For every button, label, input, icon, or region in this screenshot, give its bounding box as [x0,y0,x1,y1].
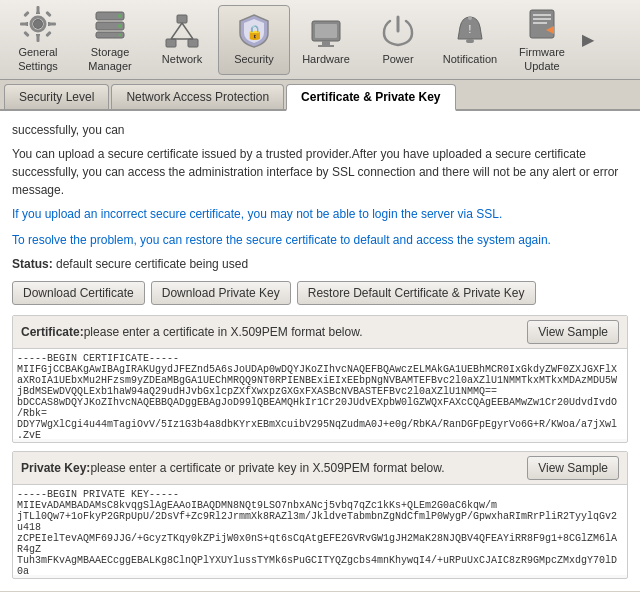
svg-rect-26 [322,41,330,45]
svg-rect-6 [45,11,51,17]
key-label-bold: Private Key: [21,461,90,475]
private-key-header: Private Key:please enter a certificate o… [13,452,627,485]
svg-rect-8 [45,31,51,37]
toolbar-item-storage-manager[interactable]: Storage Manager [74,5,146,75]
svg-rect-25 [315,24,337,38]
power-icon [380,13,416,49]
svg-line-20 [171,23,182,39]
tab-bar: Security Level Network Access Protection… [0,80,640,111]
svg-point-14 [118,14,122,18]
toolbar-item-general-settings[interactable]: General Settings [2,5,74,75]
toolbar-label-power: Power [382,53,413,66]
arrow-icon: ▶ [582,30,594,49]
intro-line1: successfully, you can [12,121,628,139]
tab-security-level[interactable]: Security Level [4,84,109,109]
notification-icon: ! [452,13,488,49]
cert-label-hint: please enter a certificate in X.509PEM f… [84,325,363,339]
svg-rect-33 [533,18,551,20]
svg-rect-3 [20,23,28,26]
toolbar-next-arrow[interactable]: ▶ [578,5,598,75]
network-icon [164,13,200,49]
svg-rect-28 [466,39,474,43]
status-text: Status: default secure certificate being… [12,257,628,271]
status-value: default secure certificate being used [56,257,248,271]
private-key-input[interactable] [13,485,627,575]
download-certificate-button[interactable]: Download Certificate [12,281,145,305]
certificate-section: Certificate:please enter a certificate i… [12,315,628,443]
security-icon: 🔒 [236,13,272,49]
key-label-hint: please enter a certificate or private ke… [90,461,444,475]
toolbar-item-notification[interactable]: ! Notification [434,5,506,75]
toolbar-label-security: Security [234,53,274,66]
toolbar-label-notification: Notification [443,53,497,66]
intro-line2: You can upload a secure certificate issu… [12,145,628,199]
content-area: successfully, you can You can upload a s… [0,111,640,591]
svg-rect-5 [23,11,29,17]
restore-default-button[interactable]: Restore Default Certificate & Private Ke… [297,281,536,305]
svg-text:!: ! [469,24,472,35]
svg-rect-17 [177,15,187,23]
svg-rect-27 [318,45,334,47]
svg-point-29 [468,16,472,20]
svg-rect-19 [188,39,198,47]
cert-view-sample-button[interactable]: View Sample [527,320,619,344]
toolbar: General Settings Storage Manager [0,0,640,80]
svg-rect-18 [166,39,176,47]
toolbar-item-power[interactable]: Power [362,5,434,75]
warning-line1: If you upload an incorrect secure certif… [12,205,628,223]
cert-label-bold: Certificate: [21,325,84,339]
warning-line2: To resolve the problem, you can restore … [12,231,628,249]
certificate-input[interactable] [13,349,627,439]
download-private-key-button[interactable]: Download Private Key [151,281,291,305]
svg-point-15 [118,24,122,28]
svg-point-16 [119,34,122,37]
svg-line-21 [182,23,193,39]
toolbar-label-hardware: Hardware [302,53,350,66]
svg-rect-2 [37,34,40,42]
certificate-label: Certificate:please enter a certificate i… [21,325,363,339]
private-key-section: Private Key:please enter a certificate o… [12,451,628,579]
svg-rect-34 [533,22,547,24]
toolbar-label-firmware-update: Firmware Update [510,46,574,72]
svg-rect-1 [37,6,40,14]
svg-rect-7 [23,31,29,37]
toolbar-label-storage-manager: Storage Manager [78,46,142,72]
private-key-label: Private Key:please enter a certificate o… [21,461,445,475]
toolbar-label-general-settings: General Settings [6,46,70,72]
certificate-header: Certificate:please enter a certificate i… [13,316,627,349]
tab-network-access-protection[interactable]: Network Access Protection [111,84,284,109]
toolbar-item-security[interactable]: 🔒 Security [218,5,290,75]
bottom-buttons: Clear Upload [12,587,628,591]
toolbar-item-network[interactable]: Network [146,5,218,75]
status-label: Status: [12,257,53,271]
svg-rect-4 [48,23,56,26]
svg-point-10 [34,20,42,28]
tab-certificate-private-key[interactable]: Certificate & Private Key [286,84,455,111]
svg-text:🔒: 🔒 [246,24,264,41]
storage-manager-icon [92,6,128,42]
toolbar-label-network: Network [162,53,202,66]
toolbar-item-hardware[interactable]: Hardware [290,5,362,75]
key-view-sample-button[interactable]: View Sample [527,456,619,480]
general-settings-icon [20,6,56,42]
toolbar-item-firmware-update[interactable]: Firmware Update [506,5,578,75]
svg-rect-32 [533,14,551,16]
firmware-update-icon [524,6,560,42]
action-buttons: Download Certificate Download Private Ke… [12,281,628,305]
hardware-icon [308,13,344,49]
